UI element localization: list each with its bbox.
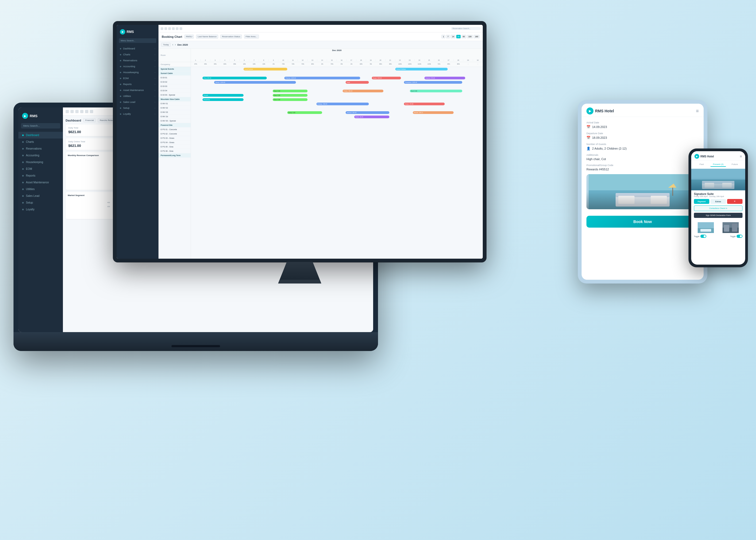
laptop-nav-loyalty[interactable]: Loyalty	[18, 206, 63, 213]
laptop-nav-housekeeping[interactable]: Housekeeping	[18, 159, 63, 166]
extras-button[interactable]: Extras	[710, 199, 726, 204]
monitor-main-content: Reservation Search... Booking Chart RMSU…	[159, 25, 483, 259]
monitor-nav-reports[interactable]: Reports ›	[117, 81, 159, 87]
monitor-nav-charts[interactable]: Charts ›	[117, 52, 159, 58]
close-button[interactable]: ✕	[727, 199, 742, 204]
view-btn-100[interactable]: 100	[467, 35, 473, 38]
monitor-nav-reservations[interactable]: Reservations ›	[117, 58, 159, 64]
nav-left: Accounting	[120, 65, 135, 68]
contactless-checkin-button[interactable]: Contactless Check In	[694, 205, 742, 211]
booking-susan-525[interactable]: Susan: 525.00	[372, 77, 401, 79]
booking-paris-3[interactable]: Paris: 0.00	[273, 98, 308, 101]
laptop-menu-search[interactable]: Menu Search...	[21, 123, 60, 129]
room-row-eps06: E PS 06 - Gras	[159, 149, 190, 153]
date-cell-20: 20	[376, 60, 386, 61]
toggle-2[interactable]: Toggle	[730, 235, 742, 238]
phone-device: ▶ RMS Hotel ≡ Past Present (2) Future Si…	[689, 149, 748, 267]
view-btn-60[interactable]: 60	[461, 35, 466, 38]
filter-area-input[interactable]: Filter Area...	[244, 35, 259, 39]
date-cell-16: 16	[337, 60, 346, 61]
toggle-2-track[interactable]	[737, 235, 742, 238]
booking-greene-275[interactable]: Greene: 275.00	[425, 77, 465, 79]
booking-price-325[interactable]: Price 325.00	[202, 77, 267, 79]
monitor-nav-utilities[interactable]: Utilities ›	[117, 93, 159, 99]
booking-parnell-2[interactable]: Parnell Ea	[202, 98, 243, 101]
laptop-nav-dashboard[interactable]: Dashboard	[18, 132, 63, 139]
booking-local-festival[interactable]: Local Festival	[244, 68, 287, 70]
property-select[interactable]: RMSU	[185, 35, 194, 39]
laptop-nav-eom[interactable]: EOM	[18, 166, 63, 172]
last-name-balance-select[interactable]: Last Name Balance	[196, 35, 218, 39]
laptop-nav-sales-label: Sales Lead	[26, 195, 40, 198]
laptop-nav-reservations[interactable]: Reservations	[18, 145, 63, 152]
nav-next[interactable]: ›	[175, 43, 176, 46]
view-btn-30[interactable]: 30	[456, 35, 461, 38]
nav-prev[interactable]: ‹	[172, 43, 173, 46]
nav-left: Loyalty	[120, 113, 131, 115]
booking-room-2825[interactable]: Room: 28.25	[354, 116, 389, 118]
payment-button[interactable]: Payment	[694, 199, 709, 204]
laptop-nav-setup[interactable]: Setup	[18, 199, 63, 206]
phone-menu-icon[interactable]: ≡	[740, 154, 742, 159]
booking-song-z[interactable]: Song z: 84.90	[404, 103, 445, 105]
today-button[interactable]: Today	[161, 43, 171, 47]
departure-date-label: Departure Date	[586, 132, 699, 135]
arrival-date-value: 📅 14.09.2023	[586, 125, 699, 129]
booking-budway[interactable]: Budway: 490.00	[316, 103, 369, 105]
toolbar-icon	[168, 27, 171, 30]
nav-dot	[120, 84, 121, 85]
book-now-button[interactable]: Book Now	[586, 216, 699, 228]
booking-school-holidays[interactable]: School Holidays	[395, 68, 448, 70]
laptop-nav-reports[interactable]: Reports	[18, 172, 63, 179]
monitor-nav-dashboard[interactable]: Dashboard ›	[117, 46, 159, 52]
occ-val: 1%	[347, 62, 356, 67]
booking-parley[interactable]: Parley: 495.00	[343, 90, 383, 92]
laptop-nav-utilities[interactable]: Utilities	[18, 186, 63, 193]
occ-val: 2%	[269, 62, 278, 67]
monitor-reservation-search[interactable]: Reservation Search...	[451, 27, 481, 30]
tab-present[interactable]: Present (2)	[710, 162, 726, 167]
laptop-nav-asset[interactable]: Asset Maintenance	[18, 179, 63, 186]
laptop-nav-sales-lead[interactable]: Sales Lead	[18, 193, 63, 199]
view-btn-14[interactable]: 14	[450, 35, 455, 38]
filter-financial[interactable]: Financial	[83, 118, 95, 122]
monitor-nav-loyalty[interactable]: Loyalty ›	[117, 111, 159, 117]
tab-future[interactable]: Future	[727, 162, 742, 167]
nav-dot	[120, 101, 121, 103]
booking-hunt[interactable]: Hunt: 0.00	[410, 90, 462, 92]
laptop-nav-accounting[interactable]: Accounting	[18, 152, 63, 159]
view-btn-1[interactable]: 1	[441, 35, 445, 38]
monitor-nav-sales-lead[interactable]: Sales Lead ›	[117, 99, 159, 105]
booking-barnett[interactable]: Barnett: 156.11	[413, 111, 453, 114]
view-btn-160[interactable]: 160	[473, 35, 479, 38]
sign-form-button[interactable]: Sign GDMS Declaration Form	[694, 213, 742, 218]
monitor-nav-setup[interactable]: Setup ›	[117, 105, 159, 111]
booking-stephen-1325[interactable]: Steven: 1325.00	[214, 81, 296, 84]
monitor-menu-search[interactable]: Menu Search...	[119, 38, 156, 43]
booking-paris-2[interactable]: Paris: 0.00	[273, 94, 308, 97]
reservation-status-select[interactable]: Reservation Status	[220, 35, 242, 39]
booking-jackson[interactable]: Jackson: 294.00	[346, 111, 389, 114]
booking-thompson[interactable]: Thompson: 1325.00	[404, 81, 462, 84]
booking-rudd[interactable]: Rudd	[346, 81, 369, 84]
room-row-e0304: E 03 04	[159, 88, 190, 93]
occ-val: 73%	[298, 62, 308, 67]
view-btn-7[interactable]: 7	[446, 35, 450, 38]
tab-past[interactable]: Past	[694, 162, 709, 167]
booking-hardy[interactable]: Hardy: 0.00	[287, 111, 322, 114]
monitor-nav-eom[interactable]: EOM ›	[117, 75, 159, 81]
toggle-1-track[interactable]	[700, 235, 706, 238]
monitor-nav-asset[interactable]: Asset Maintenance ›	[117, 87, 159, 93]
phone-screen: ▶ RMS Hotel ≡ Past Present (2) Future Si…	[691, 151, 745, 265]
laptop-nav-charts[interactable]: Charts	[18, 139, 63, 145]
monitor-nav-housekeeping[interactable]: Housekeeping ›	[117, 69, 159, 75]
tablet-menu-icon[interactable]: ≡	[696, 108, 699, 114]
arrival-date-group: Arrival Date 📅 14.09.2023	[586, 121, 699, 129]
toggle-1[interactable]: Toggle	[694, 235, 706, 238]
nav-arrow: ›	[155, 54, 155, 56]
tablet-logo-text: RMS Hotel	[595, 109, 614, 113]
booking-parnell-1[interactable]: Parnell	[202, 94, 243, 97]
booking-thomas-1325[interactable]: Thomas: 1325.00	[284, 77, 360, 79]
monitor-nav-accounting[interactable]: Accounting ›	[117, 64, 159, 69]
booking-paris-1[interactable]: Paris: 0.00	[273, 90, 308, 92]
